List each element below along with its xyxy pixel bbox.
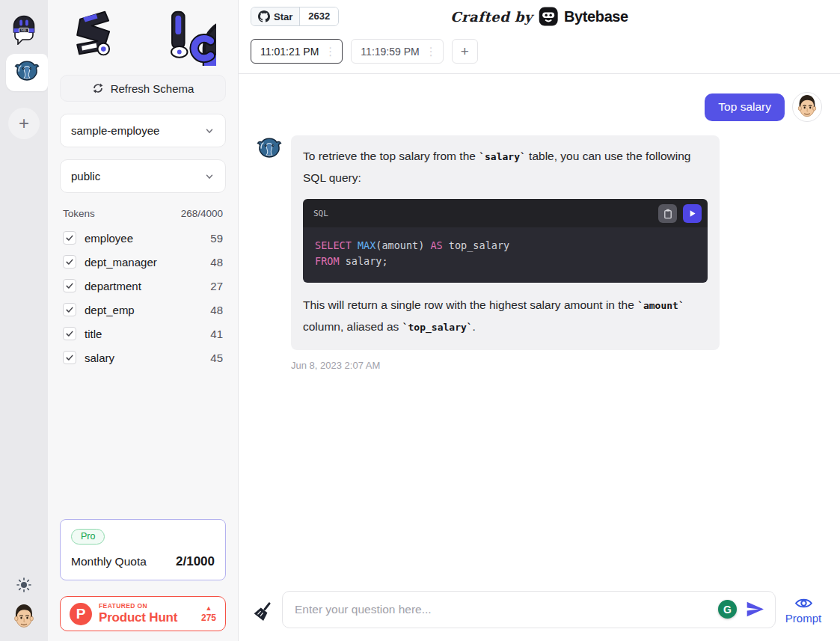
sidebar-spacer xyxy=(60,369,226,519)
product-hunt-badge[interactable]: P FEATURED ON Product Hunt ▲ 275 xyxy=(60,596,226,631)
connection-rail: + xyxy=(0,0,48,641)
prompt-button[interactable]: Prompt xyxy=(782,595,825,625)
table-row[interactable]: dept_emp 48 xyxy=(60,298,226,322)
user-message-bubble: Top salary xyxy=(705,93,785,121)
refresh-schema-label: Refresh Schema xyxy=(111,82,194,95)
table-checkbox[interactable] xyxy=(63,255,76,269)
bytebase-brand-text: Bytebase xyxy=(564,8,628,25)
table-name: employee xyxy=(85,232,133,245)
table-token-count: 41 xyxy=(210,328,223,340)
bytebase-logo-icon xyxy=(539,7,558,26)
table-name: dept_emp xyxy=(85,304,135,316)
user-face-icon xyxy=(10,602,37,632)
assistant-paragraph: To retrieve the top salary from the `sal… xyxy=(303,146,708,188)
add-connection-label: + xyxy=(19,114,29,132)
conversation-tabs: 11:01:21 PM ⋮ 11:19:59 PM ⋮ + xyxy=(239,33,840,74)
crafted-by-link[interactable]: Crafted by Bytebase xyxy=(450,0,628,33)
prompt-label: Prompt xyxy=(785,612,821,625)
table-token-count: 59 xyxy=(210,232,223,245)
crafted-by-text: Crafted by xyxy=(450,9,533,25)
main-panel: Star 2632 Crafted by Bytebase 11:01:21 P… xyxy=(239,0,840,641)
sqlchat-wordmark xyxy=(70,6,216,66)
table-token-count: 27 xyxy=(210,280,223,292)
table-row[interactable]: department 27 xyxy=(60,274,226,298)
robot-head-icon xyxy=(8,12,40,45)
sqlchat-app: + xyxy=(0,0,840,641)
quota-value: 2/1000 xyxy=(176,554,215,569)
user-avatar-rail[interactable] xyxy=(10,602,37,631)
schema-select[interactable]: public xyxy=(60,159,226,193)
sidebar: Refresh Schema sample-employee public To… xyxy=(48,0,239,641)
github-star-count: 2632 xyxy=(300,7,338,25)
schema-select-value: public xyxy=(71,170,100,183)
clipboard-icon xyxy=(663,208,673,219)
tokens-usage: 268/4000 xyxy=(181,208,223,219)
grammarly-icon[interactable]: G xyxy=(718,600,737,619)
tokens-header: Tokens 268/4000 xyxy=(60,208,226,219)
table-name: salary xyxy=(85,352,114,364)
connection-postgres-tile[interactable] xyxy=(6,54,48,91)
postgres-elephant-icon xyxy=(257,137,282,162)
connection-select[interactable]: sample-employee xyxy=(60,114,226,147)
code-block-header: SQL xyxy=(303,199,708,227)
copy-code-button[interactable] xyxy=(658,204,677,223)
conversation-tab-active[interactable]: 11:01:21 PM ⋮ xyxy=(251,39,343,64)
sqlchat-bot-avatar[interactable] xyxy=(8,12,40,45)
conversation-tab[interactable]: 11:19:59 PM ⋮ xyxy=(351,39,443,64)
run-query-button[interactable] xyxy=(683,204,702,223)
connection-select-value: sample-employee xyxy=(71,124,159,137)
code-line: SELECT MAX(amount) AS top_salary xyxy=(315,238,696,254)
table-checkbox[interactable] xyxy=(63,303,76,316)
pro-badge: Pro xyxy=(71,529,105,545)
table-checkbox[interactable] xyxy=(63,279,76,292)
tab-menu-icon[interactable]: ⋮ xyxy=(426,45,437,58)
table-row[interactable]: employee 59 xyxy=(60,226,226,250)
table-name: title xyxy=(85,328,102,340)
check-icon xyxy=(65,233,74,242)
eye-icon xyxy=(794,595,813,611)
tokens-label: Tokens xyxy=(63,208,95,219)
check-icon xyxy=(65,281,74,290)
table-token-count: 48 xyxy=(210,256,223,269)
sqlchat-logo xyxy=(60,0,226,67)
check-icon xyxy=(65,305,74,314)
star-label: Star xyxy=(274,11,292,22)
table-checkbox[interactable] xyxy=(63,351,76,364)
chevron-down-icon xyxy=(204,126,215,136)
send-icon xyxy=(745,599,765,619)
code-block-body: SELECT MAX(amount) AS top_salaryFROM sal… xyxy=(303,227,708,283)
chat-area: Top salary To retrieve the top salary fr… xyxy=(239,74,840,583)
assistant-message-row: To retrieve the top salary from the `sal… xyxy=(257,135,822,371)
play-icon xyxy=(687,209,697,218)
quota-card: Pro Monthly Quota 2/1000 xyxy=(60,519,226,580)
add-connection-button[interactable]: + xyxy=(8,108,40,139)
refresh-schema-button[interactable]: Refresh Schema xyxy=(60,75,226,102)
clear-conversation-button[interactable] xyxy=(251,597,276,622)
table-row[interactable]: dept_manager 48 xyxy=(60,250,226,274)
broom-icon xyxy=(252,600,275,622)
tab-menu-icon[interactable]: ⋮ xyxy=(325,45,336,58)
table-row[interactable]: salary 45 xyxy=(60,346,226,369)
table-checkbox[interactable] xyxy=(63,327,76,340)
new-conversation-button[interactable]: + xyxy=(452,39,478,64)
table-token-count: 48 xyxy=(210,304,223,316)
send-button[interactable] xyxy=(745,599,765,619)
table-checkbox[interactable] xyxy=(63,231,76,245)
composer: G Prompt xyxy=(239,583,840,641)
table-token-count: 45 xyxy=(210,352,223,364)
theme-toggle-button[interactable] xyxy=(16,577,32,593)
github-star-button[interactable]: Star 2632 xyxy=(251,7,339,26)
table-name: dept_manager xyxy=(85,256,157,269)
table-row[interactable]: title 41 xyxy=(60,322,226,346)
topbar: Star 2632 Crafted by Bytebase xyxy=(239,0,840,33)
assistant-message-column: To retrieve the top salary from the `sal… xyxy=(291,135,720,371)
question-input[interactable] xyxy=(282,591,776,628)
code-language-label: SQL xyxy=(313,209,328,218)
chevron-down-icon xyxy=(204,171,215,182)
sun-icon xyxy=(16,577,32,593)
featured-on-label: FEATURED ON xyxy=(99,603,177,610)
sql-code-block: SQL xyxy=(303,199,708,283)
product-hunt-logo-icon: P xyxy=(70,603,92,625)
vote-count: 275 xyxy=(201,613,216,623)
table-list: employee 59 dept_manager 48 department 2… xyxy=(60,226,226,369)
